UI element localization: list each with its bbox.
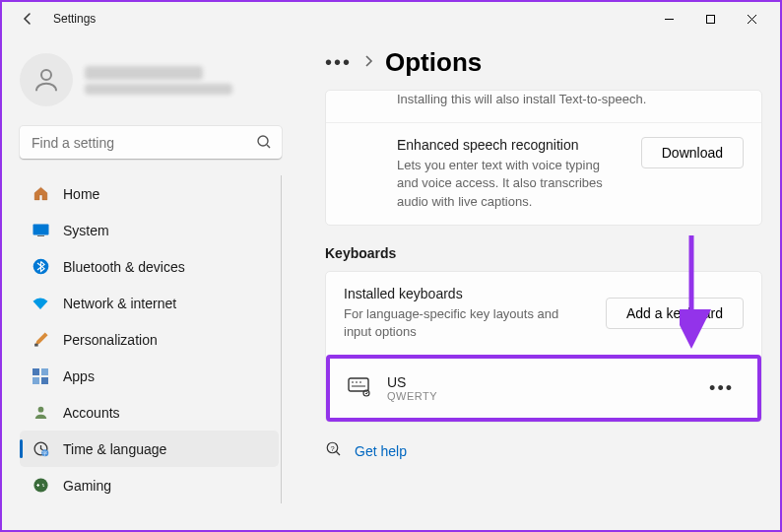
nav-time-language[interactable]: 字 Time & language	[20, 431, 279, 467]
breadcrumb: ••• Options	[325, 47, 762, 78]
nav-home[interactable]: Home	[20, 175, 279, 212]
install-note: Installing this will also install Text-t…	[397, 91, 744, 108]
clock-icon: 字	[32, 440, 49, 458]
gaming-icon	[32, 477, 49, 495]
avatar	[20, 53, 73, 106]
keyboards-heading: Keyboards	[325, 245, 762, 261]
nav-gaming[interactable]: Gaming	[20, 467, 279, 503]
installed-keyboards-row: Installed keyboards For language-specifi…	[326, 272, 761, 355]
svg-rect-11	[33, 377, 39, 384]
user-email	[85, 84, 232, 95]
keyboard-layout: QWERTY	[387, 390, 685, 402]
svg-rect-5	[33, 225, 48, 235]
system-icon	[32, 222, 49, 239]
svg-text:?: ?	[330, 444, 334, 453]
chevron-right-icon	[363, 54, 373, 72]
bluetooth-icon	[32, 258, 49, 276]
keyboard-icon	[348, 377, 369, 399]
maximize-button[interactable]	[689, 4, 731, 33]
help-icon: ?	[325, 440, 343, 461]
search-input[interactable]	[20, 126, 282, 160]
user-profile[interactable]	[20, 47, 282, 120]
add-keyboard-button[interactable]: Add a keyboard	[606, 298, 744, 329]
svg-rect-1	[706, 15, 714, 23]
svg-rect-10	[41, 368, 48, 375]
keyboard-name: US	[387, 374, 685, 390]
nav-label: Network & internet	[63, 296, 176, 311]
page-title: Options	[385, 47, 482, 78]
svg-rect-12	[41, 377, 48, 384]
nav-label: Apps	[63, 368, 95, 384]
minimize-button[interactable]	[648, 4, 689, 33]
home-icon	[32, 185, 49, 203]
nav-system[interactable]: System	[20, 212, 279, 248]
apps-icon	[32, 367, 49, 385]
svg-point-2	[41, 70, 51, 80]
sidebar: Home System Bluetooth & devices Network …	[2, 35, 297, 530]
download-button[interactable]: Download	[641, 137, 744, 168]
svg-rect-9	[33, 368, 39, 375]
title-bar: Settings	[2, 2, 780, 35]
svg-rect-6	[37, 235, 44, 236]
svg-point-3	[258, 136, 268, 146]
nav-bluetooth[interactable]: Bluetooth & devices	[20, 248, 279, 285]
close-button[interactable]	[731, 4, 772, 33]
app-title: Settings	[53, 12, 96, 26]
svg-line-26	[336, 451, 340, 455]
nav-label: Bluetooth & devices	[63, 259, 185, 275]
speech-card: Installing this will also install Text-t…	[325, 90, 762, 226]
nav-label: Gaming	[63, 478, 111, 494]
breadcrumb-overflow[interactable]: •••	[325, 51, 352, 74]
installed-title: Installed keyboards	[344, 286, 588, 301]
nav-label: Accounts	[63, 405, 120, 421]
nav-network[interactable]: Network & internet	[20, 285, 279, 321]
arrow-left-icon	[20, 11, 35, 27]
nav-apps[interactable]: Apps	[20, 358, 279, 394]
svg-rect-18	[349, 378, 368, 391]
user-name	[85, 66, 203, 80]
nav-label: Home	[63, 186, 99, 202]
nav-label: Personalization	[63, 332, 158, 348]
person-icon	[32, 65, 61, 95]
account-icon	[32, 404, 49, 422]
esr-title: Enhanced speech recognition	[397, 137, 621, 153]
svg-point-13	[37, 407, 43, 413]
keyboard-item-us[interactable]: US QWERTY •••	[326, 355, 761, 422]
svg-rect-8	[34, 344, 38, 347]
nav-accounts[interactable]: Accounts	[20, 394, 279, 431]
nav-list: Home System Bluetooth & devices Network …	[20, 175, 282, 503]
help-label: Get help	[355, 443, 407, 459]
nav-label: System	[63, 223, 109, 238]
window-controls	[648, 4, 772, 33]
search-box[interactable]	[20, 126, 282, 160]
svg-point-17	[33, 478, 47, 492]
nav-personalization[interactable]: Personalization	[20, 321, 279, 358]
svg-line-4	[267, 145, 270, 148]
esr-desc: Lets you enter text with voice typing an…	[397, 157, 614, 211]
paintbrush-icon	[32, 331, 49, 349]
back-button[interactable]	[10, 4, 45, 33]
keyboard-more-button[interactable]: •••	[703, 378, 740, 399]
main-content: ••• Options Installing this will also in…	[297, 35, 780, 530]
search-icon	[256, 134, 272, 154]
installed-desc: For language-specific key layouts and in…	[344, 305, 588, 341]
svg-text:字: 字	[42, 450, 47, 456]
keyboards-card: Installed keyboards For language-specifi…	[325, 271, 762, 423]
get-help-link[interactable]: ? Get help	[325, 440, 762, 461]
nav-label: Time & language	[63, 441, 166, 457]
wifi-icon	[32, 295, 49, 312]
